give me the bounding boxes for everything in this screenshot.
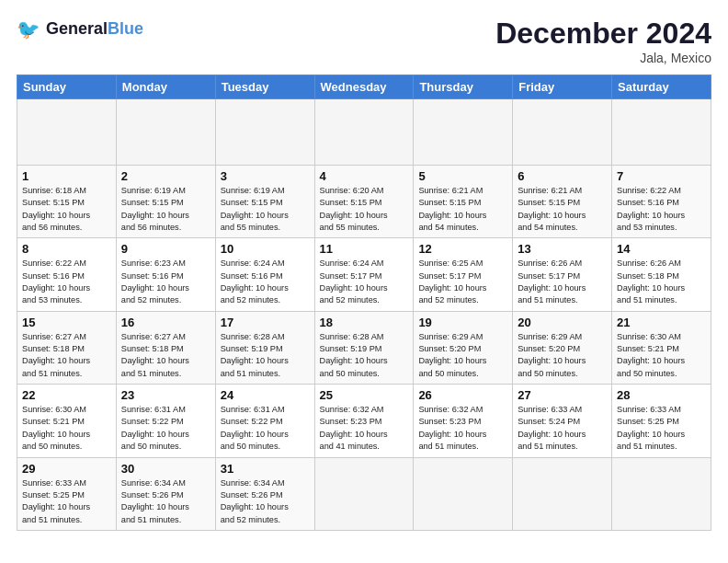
day-info: Sunrise: 6:20 AMSunset: 5:15 PMDaylight:… [320,185,409,234]
logo-icon: 🐦 [17,17,42,42]
day-info: Sunrise: 6:19 AMSunset: 5:15 PMDaylight:… [121,185,210,234]
calendar-cell [513,457,612,530]
day-info: Sunrise: 6:29 AMSunset: 5:20 PMDaylight:… [418,331,507,380]
day-number: 14 [617,242,706,256]
calendar-cell [612,457,711,530]
day-number: 28 [617,388,706,402]
day-info: Sunrise: 6:27 AMSunset: 5:18 PMDaylight:… [22,331,111,380]
calendar-cell: 8Sunrise: 6:22 AMSunset: 5:16 PMDaylight… [17,238,117,311]
weekday-header: Tuesday [215,75,314,99]
day-info: Sunrise: 6:31 AMSunset: 5:22 PMDaylight:… [221,404,310,453]
calendar-cell: 28Sunrise: 6:33 AMSunset: 5:25 PMDayligh… [612,385,711,457]
calendar-cell: 31Sunrise: 6:34 AMSunset: 5:26 PMDayligh… [215,457,314,530]
day-info: Sunrise: 6:31 AMSunset: 5:22 PMDaylight:… [121,404,210,453]
day-number: 31 [221,462,310,476]
day-info: Sunrise: 6:29 AMSunset: 5:20 PMDaylight:… [518,331,607,380]
calendar-cell: 13Sunrise: 6:26 AMSunset: 5:17 PMDayligh… [513,238,612,311]
weekday-header: Thursday [414,75,513,99]
calendar-cell: 10Sunrise: 6:24 AMSunset: 5:16 PMDayligh… [215,238,314,311]
calendar-cell: 29Sunrise: 6:33 AMSunset: 5:25 PMDayligh… [17,457,117,530]
calendar-cell: 16Sunrise: 6:27 AMSunset: 5:18 PMDayligh… [116,311,215,384]
calendar-cell [314,457,414,530]
day-number: 2 [121,169,210,183]
calendar-cell: 5Sunrise: 6:21 AMSunset: 5:15 PMDaylight… [414,166,513,238]
day-number: 6 [518,169,607,183]
location: Jala, Mexico [495,51,711,65]
calendar-cell: 4Sunrise: 6:20 AMSunset: 5:15 PMDaylight… [314,166,414,238]
weekday-header: Friday [513,75,612,99]
calendar-cell: 21Sunrise: 6:30 AMSunset: 5:21 PMDayligh… [612,311,711,384]
calendar-cell: 17Sunrise: 6:28 AMSunset: 5:19 PMDayligh… [215,311,314,384]
day-number: 21 [617,316,706,329]
calendar-cell [414,99,513,166]
logo-text: GeneralBlue [46,20,143,39]
calendar-cell [116,99,215,166]
day-info: Sunrise: 6:21 AMSunset: 5:15 PMDaylight:… [418,185,507,234]
calendar-week-row: 22Sunrise: 6:30 AMSunset: 5:21 PMDayligh… [17,385,711,457]
day-info: Sunrise: 6:34 AMSunset: 5:26 PMDaylight:… [121,477,210,526]
day-info: Sunrise: 6:30 AMSunset: 5:21 PMDaylight:… [22,404,111,453]
calendar-week-row: 29Sunrise: 6:33 AMSunset: 5:25 PMDayligh… [17,457,711,530]
day-number: 19 [418,316,507,329]
calendar-cell: 7Sunrise: 6:22 AMSunset: 5:16 PMDaylight… [612,166,711,238]
day-number: 1 [22,169,111,183]
day-info: Sunrise: 6:25 AMSunset: 5:17 PMDaylight:… [418,258,507,306]
calendar-cell: 15Sunrise: 6:27 AMSunset: 5:18 PMDayligh… [17,311,117,384]
weekday-header: Monday [116,75,215,99]
calendar-cell: 3Sunrise: 6:19 AMSunset: 5:15 PMDaylight… [215,166,314,238]
day-info: Sunrise: 6:34 AMSunset: 5:26 PMDaylight:… [221,477,310,526]
calendar-cell [513,99,612,166]
calendar-cell: 9Sunrise: 6:23 AMSunset: 5:16 PMDaylight… [116,238,215,311]
day-number: 25 [320,388,409,402]
calendar-week-row: 1Sunrise: 6:18 AMSunset: 5:15 PMDaylight… [17,166,711,238]
day-number: 23 [121,388,210,402]
day-number: 10 [221,242,310,256]
day-number: 5 [418,169,507,183]
calendar-week-row: 15Sunrise: 6:27 AMSunset: 5:18 PMDayligh… [17,311,711,384]
day-number: 20 [518,316,607,329]
calendar-cell [414,457,513,530]
calendar-cell: 18Sunrise: 6:28 AMSunset: 5:19 PMDayligh… [314,311,414,384]
calendar-cell: 2Sunrise: 6:19 AMSunset: 5:15 PMDaylight… [116,166,215,238]
day-info: Sunrise: 6:21 AMSunset: 5:15 PMDaylight:… [518,185,607,234]
calendar-table: SundayMondayTuesdayWednesdayThursdayFrid… [17,75,711,531]
calendar-cell: 23Sunrise: 6:31 AMSunset: 5:22 PMDayligh… [116,385,215,457]
day-number: 16 [121,316,210,329]
day-number: 15 [22,316,111,329]
day-info: Sunrise: 6:26 AMSunset: 5:17 PMDaylight:… [518,258,607,306]
day-info: Sunrise: 6:24 AMSunset: 5:16 PMDaylight:… [221,258,310,306]
day-info: Sunrise: 6:22 AMSunset: 5:16 PMDaylight:… [617,185,706,234]
day-info: Sunrise: 6:33 AMSunset: 5:24 PMDaylight:… [518,404,607,453]
calendar-cell: 14Sunrise: 6:26 AMSunset: 5:18 PMDayligh… [612,238,711,311]
day-info: Sunrise: 6:32 AMSunset: 5:23 PMDaylight:… [320,404,409,453]
weekday-header: Sunday [17,75,117,99]
logo: 🐦 GeneralBlue [17,17,143,42]
day-info: Sunrise: 6:23 AMSunset: 5:16 PMDaylight:… [121,258,210,306]
day-number: 27 [518,388,607,402]
day-number: 29 [22,462,111,476]
day-info: Sunrise: 6:33 AMSunset: 5:25 PMDaylight:… [22,477,111,526]
day-info: Sunrise: 6:28 AMSunset: 5:19 PMDaylight:… [320,331,409,380]
day-number: 7 [617,169,706,183]
day-info: Sunrise: 6:28 AMSunset: 5:19 PMDaylight:… [221,331,310,380]
day-number: 18 [320,316,409,329]
calendar-cell: 1Sunrise: 6:18 AMSunset: 5:15 PMDaylight… [17,166,117,238]
calendar-cell: 20Sunrise: 6:29 AMSunset: 5:20 PMDayligh… [513,311,612,384]
calendar-week-row: 8Sunrise: 6:22 AMSunset: 5:16 PMDaylight… [17,238,711,311]
day-number: 12 [418,242,507,256]
calendar-cell: 30Sunrise: 6:34 AMSunset: 5:26 PMDayligh… [116,457,215,530]
calendar-cell: 11Sunrise: 6:24 AMSunset: 5:17 PMDayligh… [314,238,414,311]
calendar-cell: 27Sunrise: 6:33 AMSunset: 5:24 PMDayligh… [513,385,612,457]
day-number: 22 [22,388,111,402]
day-number: 30 [121,462,210,476]
month-title: December 2024 [495,17,711,51]
header: 🐦 GeneralBlue December 2024 Jala, Mexico [17,17,711,65]
day-number: 9 [121,242,210,256]
calendar-cell [215,99,314,166]
day-number: 8 [22,242,111,256]
calendar-cell: 26Sunrise: 6:32 AMSunset: 5:23 PMDayligh… [414,385,513,457]
day-number: 13 [518,242,607,256]
day-number: 24 [221,388,310,402]
calendar-cell: 19Sunrise: 6:29 AMSunset: 5:20 PMDayligh… [414,311,513,384]
calendar-cell: 24Sunrise: 6:31 AMSunset: 5:22 PMDayligh… [215,385,314,457]
